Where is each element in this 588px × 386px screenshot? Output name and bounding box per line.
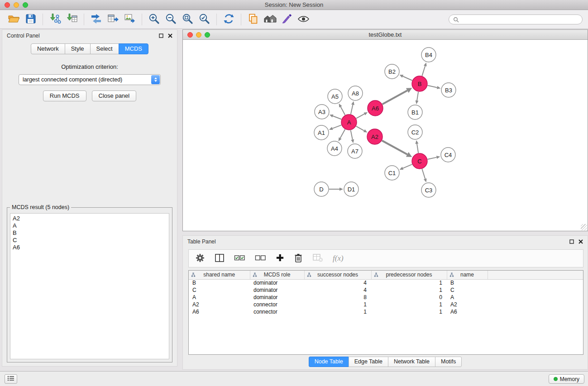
- cell-successor-nodes[interactable]: 4: [304, 286, 371, 294]
- toggle-visibility-button[interactable]: [295, 12, 312, 27]
- graph-edge-A-A3[interactable]: [333, 116, 341, 119]
- float-panel-icon[interactable]: [569, 239, 574, 244]
- table-settings-button[interactable]: [195, 253, 205, 264]
- zoom-out-button[interactable]: [163, 12, 179, 27]
- cell-predecessor-nodes[interactable]: 1: [371, 301, 447, 308]
- graph-edge-A-A8[interactable]: [351, 105, 353, 114]
- show-columns-button[interactable]: [215, 253, 225, 264]
- network-home-button[interactable]: [262, 12, 278, 27]
- cell-successor-nodes[interactable]: 1: [304, 301, 371, 308]
- apply-layout-button[interactable]: [220, 12, 237, 27]
- graph-edge-A-A4[interactable]: [340, 129, 345, 138]
- cell-successor-nodes[interactable]: 1: [304, 308, 371, 315]
- cell-name[interactable]: C: [447, 286, 488, 294]
- cell-predecessor-nodes[interactable]: 1: [371, 286, 447, 294]
- cell-successor-nodes[interactable]: 4: [304, 279, 371, 286]
- memory-button[interactable]: Memory: [549, 374, 584, 384]
- close-panel-icon[interactable]: [578, 239, 583, 244]
- result-item[interactable]: B: [13, 229, 167, 237]
- graph-edge-A-A5[interactable]: [340, 107, 345, 115]
- cell-name[interactable]: A: [447, 294, 488, 301]
- search-box[interactable]: [449, 14, 583, 24]
- export-network-button[interactable]: [88, 12, 105, 27]
- network-canvas[interactable]: B4B2BB3A8A5A6A3B1AC2A1A2A4A7C4CC1DD1C3: [183, 40, 588, 231]
- cell-predecessor-nodes[interactable]: 1: [371, 308, 447, 315]
- result-item[interactable]: A: [13, 222, 167, 229]
- cell-shared-name[interactable]: C: [189, 286, 250, 294]
- result-item[interactable]: C: [13, 237, 167, 244]
- network-graph[interactable]: B4B2BB3A8A5A6A3B1AC2A1A2A4A7C4CC1DD1C3: [183, 40, 588, 231]
- fullscreen-window-button[interactable]: [23, 2, 28, 8]
- graph-edge-A2-C[interactable]: [382, 141, 407, 155]
- zoom-in-button[interactable]: [146, 12, 163, 27]
- deselect-all-button[interactable]: [255, 254, 266, 263]
- cell-MCDS-role[interactable]: dominator: [250, 294, 304, 301]
- cell-shared-name[interactable]: A6: [189, 308, 250, 315]
- task-history-button[interactable]: [5, 374, 17, 384]
- search-input[interactable]: [461, 16, 578, 23]
- tab-motifs[interactable]: Motifs: [435, 357, 462, 367]
- maximize-network-window-button[interactable]: [205, 32, 210, 38]
- cell-MCDS-role[interactable]: connector: [250, 308, 304, 315]
- result-item[interactable]: A6: [13, 244, 167, 251]
- import-network-button[interactable]: [47, 12, 63, 27]
- tab-select[interactable]: Select: [90, 43, 119, 54]
- add-column-button[interactable]: [276, 253, 284, 263]
- delete-table-button[interactable]: [312, 253, 323, 264]
- tab-mcds[interactable]: MCDS: [119, 43, 148, 54]
- cell-predecessor-nodes[interactable]: 0: [371, 294, 447, 301]
- graph-edge-A6-B[interactable]: [382, 91, 407, 104]
- save-session-button[interactable]: [22, 12, 39, 27]
- cell-successor-nodes[interactable]: 8: [304, 294, 371, 301]
- table-row[interactable]: Adominator80A: [189, 294, 583, 301]
- export-table-button[interactable]: [105, 12, 121, 27]
- table-row[interactable]: Cdominator41C: [189, 286, 583, 294]
- function-builder-button[interactable]: f(x): [333, 254, 344, 263]
- tab-style[interactable]: Style: [65, 43, 91, 54]
- graph-edge-C-C2[interactable]: [417, 144, 418, 153]
- export-image-button[interactable]: [121, 12, 138, 27]
- graph-edge-C-C4[interactable]: [428, 157, 437, 159]
- mcds-result-list[interactable]: A2ABCA6: [10, 213, 169, 359]
- graph-edge-B-B2[interactable]: [403, 76, 412, 81]
- select-all-button[interactable]: [234, 254, 245, 263]
- graph-edge-C-C1[interactable]: [403, 164, 412, 168]
- result-item[interactable]: A2: [13, 215, 167, 222]
- zoom-fit-button[interactable]: [179, 12, 196, 27]
- float-panel-icon[interactable]: [159, 33, 163, 38]
- duplicate-network-button[interactable]: [245, 12, 262, 27]
- column-header-predecessor-nodes[interactable]: predecessor nodes: [371, 271, 447, 279]
- cell-name[interactable]: B: [447, 279, 488, 286]
- column-header-shared-name[interactable]: shared name: [189, 271, 250, 279]
- cell-MCDS-role[interactable]: dominator: [250, 279, 304, 286]
- graph-edge-A-A7[interactable]: [351, 130, 353, 140]
- table-row[interactable]: A2connector11A2: [189, 301, 583, 308]
- graph-edge-A-A1[interactable]: [332, 125, 341, 128]
- column-header-name[interactable]: name: [447, 271, 488, 279]
- column-header-mcds-role[interactable]: MCDS role: [250, 271, 304, 279]
- resize-grip[interactable]: [581, 224, 587, 230]
- cell-shared-name[interactable]: B: [189, 279, 250, 286]
- close-mcds-panel-button[interactable]: Close panel: [92, 91, 137, 101]
- graph-edge-C-C3[interactable]: [422, 169, 425, 179]
- optimization-dropdown[interactable]: largest connected component (directed): [19, 74, 161, 85]
- graph-edge-B-B3[interactable]: [428, 86, 437, 88]
- close-panel-icon[interactable]: [168, 33, 172, 38]
- minimize-network-window-button[interactable]: [196, 32, 201, 38]
- graph-edge-A-A6[interactable]: [356, 114, 364, 119]
- column-header-successor-nodes[interactable]: successor nodes: [304, 271, 371, 279]
- apply-style-button[interactable]: [278, 12, 295, 27]
- minimize-window-button[interactable]: [14, 2, 19, 8]
- graph-edge-A-A2[interactable]: [356, 126, 364, 131]
- close-window-button[interactable]: [5, 2, 10, 8]
- tab-network-table[interactable]: Network Table: [388, 357, 435, 367]
- table-row[interactable]: A6connector11A6: [189, 308, 583, 315]
- tab-network[interactable]: Network: [31, 43, 65, 54]
- cell-shared-name[interactable]: A: [189, 294, 250, 301]
- run-mcds-button[interactable]: Run MCDS: [43, 91, 86, 101]
- cell-MCDS-role[interactable]: dominator: [250, 286, 304, 294]
- close-network-window-button[interactable]: [187, 32, 193, 38]
- zoom-selected-button[interactable]: [196, 12, 213, 27]
- tab-edge-table[interactable]: Edge Table: [349, 357, 388, 367]
- cell-name[interactable]: A2: [447, 301, 488, 308]
